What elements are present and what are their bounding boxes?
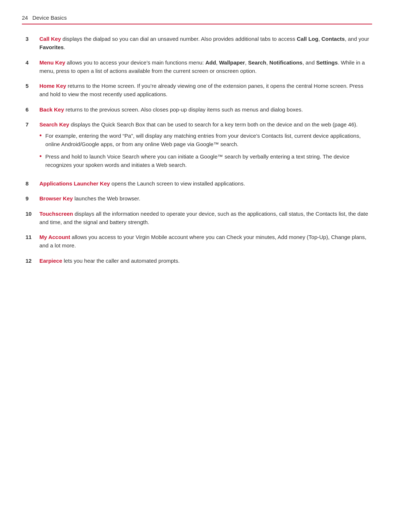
item-number: 12	[26, 257, 39, 265]
item-number: 10	[26, 210, 39, 227]
item-paragraph: Earpiece lets you hear the caller and au…	[39, 257, 372, 265]
list-item: 6Back Key returns to the previous screen…	[26, 105, 372, 114]
list-item: 11My Account allows you access to your V…	[26, 233, 372, 250]
item-paragraph: Applications Launcher Key opens the Laun…	[39, 179, 372, 188]
key-name: Call Key	[39, 36, 61, 42]
key-name: Applications Launcher Key	[39, 180, 110, 187]
bold-word: Contacts	[321, 36, 345, 42]
key-name: Search Key	[39, 121, 69, 128]
item-content: Earpiece lets you hear the caller and au…	[39, 257, 372, 265]
item-number: 3	[26, 35, 39, 52]
key-name: Browser Key	[39, 195, 73, 202]
item-content: Applications Launcher Key opens the Laun…	[39, 179, 372, 188]
item-number: 6	[26, 105, 39, 114]
sub-list-item: •Press and hold to launch Voice Search w…	[39, 152, 372, 169]
list-item: 10Touchscreen displays all the informati…	[26, 210, 372, 227]
item-content: Call Key displays the dialpad so you can…	[39, 35, 372, 52]
item-content: Back Key returns to the previous screen.…	[39, 105, 372, 114]
item-number: 9	[26, 194, 39, 203]
list-item: 3Call Key displays the dialpad so you ca…	[26, 35, 372, 52]
content-area: 3Call Key displays the dialpad so you ca…	[22, 35, 372, 265]
sub-item-text: Press and hold to launch Voice Search wh…	[45, 152, 372, 169]
item-number: 8	[26, 179, 39, 188]
sub-list: •For example, entering the word “Pa”, wi…	[39, 132, 372, 169]
item-paragraph: Menu Key allows you to access your devic…	[39, 58, 372, 75]
item-paragraph: Home Key returns to the Home screen. If …	[39, 82, 372, 99]
list-item: 12Earpiece lets you hear the caller and …	[26, 257, 372, 265]
key-name: Menu Key	[39, 59, 65, 66]
key-name: My Account	[39, 234, 70, 240]
bold-word: Add	[205, 59, 216, 66]
item-number: 7	[26, 120, 39, 173]
item-paragraph: Touchscreen displays all the information…	[39, 210, 372, 227]
page-title: Device Basics	[32, 15, 67, 21]
item-content: Home Key returns to the Home screen. If …	[39, 82, 372, 99]
bullet-icon: •	[39, 131, 42, 141]
item-paragraph: Back Key returns to the previous screen.…	[39, 105, 372, 114]
list-item: 9Browser Key launches the Web browser.	[26, 194, 372, 203]
item-number: 11	[26, 233, 39, 250]
sub-item-text: For example, entering the word “Pa”, wil…	[45, 132, 372, 149]
item-paragraph: Call Key displays the dialpad so you can…	[39, 35, 372, 52]
item-number: 4	[26, 58, 39, 75]
bold-word: Search	[248, 59, 266, 66]
item-content: Browser Key launches the Web browser.	[39, 194, 372, 203]
bold-word: Notifications	[269, 59, 302, 66]
bold-word: Settings	[316, 59, 338, 66]
item-paragraph: Search Key displays the Quick Search Box…	[39, 120, 372, 129]
list-item: 7Search Key displays the Quick Search Bo…	[26, 120, 372, 173]
item-content: My Account allows you access to your Vir…	[39, 233, 372, 250]
bold-word: Wallpaper	[219, 59, 245, 66]
list-item: 5Home Key returns to the Home screen. If…	[26, 82, 372, 99]
bold-word: Favorites	[39, 44, 64, 50]
item-paragraph: My Account allows you access to your Vir…	[39, 233, 372, 250]
key-name: Home Key	[39, 83, 66, 89]
item-content: Search Key displays the Quick Search Box…	[39, 120, 372, 173]
item-content: Menu Key allows you to access your devic…	[39, 58, 372, 75]
bullet-icon: •	[39, 152, 42, 162]
item-paragraph: Browser Key launches the Web browser.	[39, 194, 372, 203]
list-item: 8Applications Launcher Key opens the Lau…	[26, 179, 372, 188]
key-name: Touchscreen	[39, 211, 73, 217]
list-item: 4Menu Key allows you to access your devi…	[26, 58, 372, 75]
item-content: Touchscreen displays all the information…	[39, 210, 372, 227]
key-name: Earpiece	[39, 258, 62, 264]
bold-word: Call Log	[297, 36, 318, 42]
key-name: Back Key	[39, 106, 64, 113]
page-number: 24	[22, 15, 28, 21]
item-number: 5	[26, 82, 39, 99]
page-header: 24 Device Basics	[22, 15, 372, 24]
sub-list-item: •For example, entering the word “Pa”, wi…	[39, 132, 372, 149]
